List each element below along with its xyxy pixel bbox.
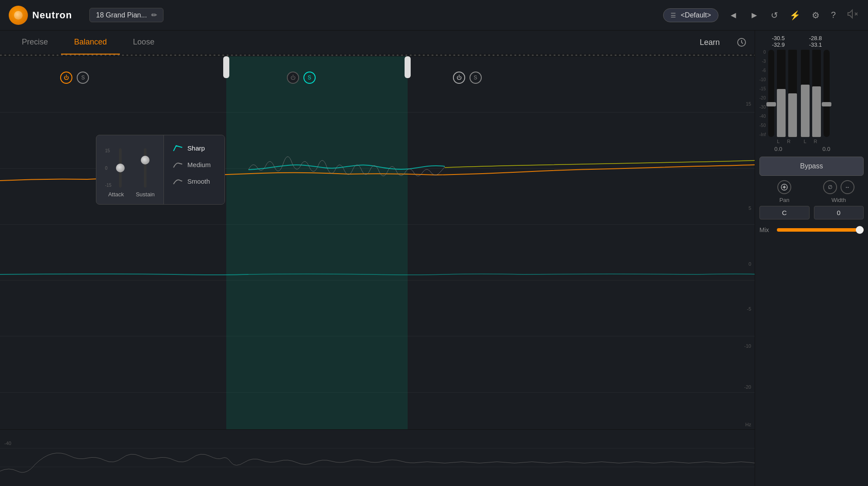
meter-group-left: -30.5 -32.9 0 -3 -6 -10 -15 -20 -30 -40	[759, 35, 797, 152]
band-3-icons: ⏻ S	[453, 72, 482, 84]
svg-text:-40: -40	[4, 441, 11, 446]
meters-top: -30.5 -32.9 0 -3 -6 -10 -15 -20 -30 -40	[759, 35, 864, 152]
visualizer: 15 5 0 -5 -10 -20 Hz ⏻ S ⏻ S	[0, 56, 755, 429]
tab-precise[interactable]: Precise	[9, 31, 61, 55]
preset-selector[interactable]: ☰ <Default>	[663, 8, 718, 22]
main-content: Precise Balanced Loose Learn	[0, 31, 868, 486]
band-2-solo-button[interactable]: S	[303, 72, 316, 84]
meter-bars-right	[801, 50, 830, 137]
band-1-icons: ⏻ S	[60, 72, 89, 84]
mix-slider[interactable]	[777, 228, 864, 232]
band-3-power-button[interactable]: ⏻	[453, 72, 465, 84]
right-fader-track[interactable]	[824, 50, 830, 137]
env-option-sharp[interactable]: Sharp	[164, 140, 225, 156]
right-panel: -30.5 -32.9 0 -3 -6 -10 -15 -20 -30 -40	[755, 31, 868, 486]
next-preset-button[interactable]: ▶	[748, 9, 760, 21]
tab-balanced[interactable]: Balanced	[61, 31, 120, 55]
attack-label: Attack	[108, 191, 124, 198]
tabs-bar: Precise Balanced Loose Learn	[0, 31, 755, 55]
help-button[interactable]: ?	[829, 8, 837, 22]
bolt-button[interactable]: ⚡	[788, 8, 802, 22]
settings-button[interactable]: ⚙	[810, 8, 821, 22]
meter-bars-left: 0 -3 -6 -10 -15 -20 -30 -40 -50 -Inf	[759, 50, 797, 137]
bottom-waveform-svg: -40	[0, 430, 755, 486]
env-option-medium[interactable]: Medium	[164, 156, 225, 173]
sustain-knob[interactable]	[141, 156, 150, 164]
medium-icon	[173, 161, 183, 168]
meter-right-top: -28.8	[809, 35, 822, 41]
smooth-icon	[173, 177, 183, 185]
phase-icon[interactable]: ∅	[823, 180, 837, 194]
band-handle-left[interactable]	[223, 56, 229, 78]
width-icon-row: ∅ ↔	[823, 180, 854, 194]
meter-fill-R-right	[812, 86, 821, 137]
header-icons: ↺ ⚡ ⚙ ?	[769, 7, 859, 23]
meter-fill-R-left	[788, 93, 797, 137]
meter-bar-R-left	[788, 50, 797, 137]
pan-width-section: Pan C ∅ ↔ Width 0	[759, 180, 864, 219]
env-option-smooth[interactable]: Smooth	[164, 173, 225, 189]
meter-values-left: -30.5 -32.9	[772, 35, 785, 48]
meter-scale-left: 0 -3 -6 -10 -15 -20 -30 -40 -50 -Inf	[759, 50, 766, 137]
mix-label: Mix	[759, 226, 773, 233]
band-1-power-button[interactable]: ⏻	[60, 72, 72, 84]
meter-left-top: -30.5	[772, 35, 785, 41]
logo-area: Neutron	[9, 6, 72, 25]
pan-icon[interactable]	[777, 180, 791, 194]
band-region-mid	[226, 56, 407, 429]
right-fader-thumb[interactable]	[822, 102, 831, 106]
svg-point-7	[783, 186, 785, 188]
attack-knob[interactable]	[116, 164, 125, 172]
bypass-button[interactable]: Bypass	[759, 157, 864, 176]
bottom-waveform: -40	[0, 429, 755, 486]
pan-value[interactable]: C	[759, 206, 810, 219]
grid-label-5: 5	[749, 205, 751, 211]
sharp-icon	[173, 144, 183, 152]
loop-icon[interactable]	[733, 34, 750, 51]
meter-fill-L-left	[777, 89, 786, 137]
band-2-icons: ⏻ S	[287, 72, 316, 84]
hz-label: Hz	[745, 422, 751, 427]
header: Neutron 18 Grand Pian... ✏ ☰ <Default> ◀…	[0, 0, 868, 31]
sliders-section: 15 0 -15 Attack	[96, 135, 163, 204]
left-fader-thumb[interactable]	[766, 102, 776, 106]
left-gain-value: 0.0	[774, 146, 782, 152]
grid-label-0: 0	[749, 261, 751, 267]
edit-icon[interactable]: ✏	[151, 11, 157, 19]
width-label: Width	[831, 197, 846, 203]
sustain-label: Sustain	[136, 191, 154, 198]
preset-name: 18 Grand Pian...	[96, 11, 147, 19]
tab-loose[interactable]: Loose	[120, 31, 167, 55]
left-fader-track[interactable]	[768, 50, 774, 137]
envelope-menu: Sharp Medium	[163, 135, 225, 204]
sustain-slider-area	[139, 144, 152, 188]
band-handle-right[interactable]	[405, 56, 411, 78]
pan-label: Pan	[779, 197, 790, 203]
band-3-solo-button[interactable]: S	[470, 72, 482, 84]
width-group: ∅ ↔ Width 0	[814, 180, 864, 219]
grid-label-15: 15	[746, 101, 751, 106]
meter-values-right: -28.8 -33.1	[809, 35, 822, 48]
band-2-power-button[interactable]: ⏻	[287, 72, 299, 84]
meter-bar-L-left	[777, 50, 786, 137]
band-1-solo-button[interactable]: S	[77, 72, 89, 84]
pan-group: Pan C	[759, 180, 810, 219]
attack-slider-track[interactable]	[114, 148, 127, 188]
meter-bar-L-right	[801, 50, 810, 137]
lr-labels-right: L R	[800, 139, 830, 144]
preset-list-icon: ☰	[671, 12, 676, 19]
mute-button[interactable]	[845, 7, 859, 23]
sustain-slider-track[interactable]	[139, 148, 152, 188]
attack-slider-area: 15 0 -15	[105, 144, 127, 188]
preset-area[interactable]: 18 Grand Pian... ✏	[89, 8, 163, 22]
learn-button[interactable]: Learn	[687, 31, 733, 55]
lr-labels-left: L R	[763, 139, 793, 144]
center-area: Precise Balanced Loose Learn	[0, 31, 755, 486]
compressor-popup: 15 0 -15 Attack	[96, 135, 225, 205]
app-title: Neutron	[32, 10, 72, 21]
prev-preset-button[interactable]: ◀	[727, 9, 739, 21]
grid-label-neg10: -10	[744, 343, 751, 349]
history-button[interactable]: ↺	[769, 8, 780, 22]
width-icon[interactable]: ↔	[841, 180, 854, 194]
width-value[interactable]: 0	[814, 206, 864, 219]
